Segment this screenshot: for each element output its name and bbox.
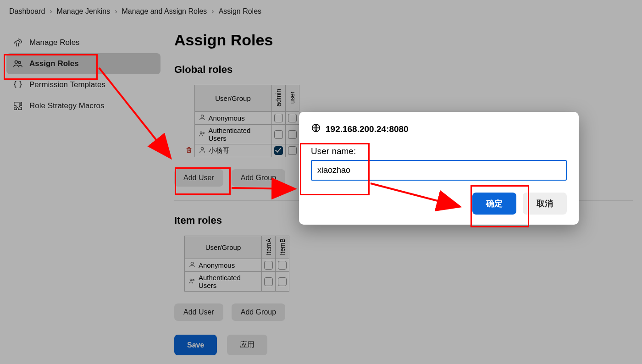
users-icon [199,130,206,139]
role-checkbox[interactable] [274,114,283,122]
global-roles-table: User/Group admin user Anonymous Authenti… [184,85,299,157]
chevron-right-icon: › [115,7,117,16]
svg-point-6 [191,262,193,265]
sidebar-item-label: Permission Templates [29,80,105,89]
svg-point-3 [200,132,202,133]
dialog-host: 192.168.200.24:8080 [326,124,409,134]
sidebar-item-assign-roles[interactable]: Assign Roles [6,53,160,74]
role-checkbox[interactable] [274,130,283,139]
sidebar-item-permission-templates[interactable]: Permission Templates [6,74,160,95]
chevron-right-icon: › [50,7,52,16]
user-icon [199,114,206,122]
svg-point-8 [193,279,194,281]
breadcrumb: Dashboard › Manage Jenkins › Manage and … [0,0,642,28]
role-checkbox[interactable] [264,261,273,270]
sidebar: Manage Roles Assign Roles Permission Tem… [0,28,165,364]
role-checkbox[interactable] [274,146,283,155]
table-row: Authenticated Users [184,125,299,144]
column-header-role: ItemB [276,236,289,259]
svg-point-2 [201,115,203,117]
braces-icon [13,80,23,90]
section-heading: Global roles [174,64,633,76]
role-checkbox[interactable] [288,130,297,139]
user-name: Authenticated Users [209,127,268,142]
user-icon [199,146,206,155]
svg-point-5 [201,148,203,150]
column-header-role: ItemA [262,236,276,259]
breadcrumb-item[interactable]: Assign Roles [219,7,261,16]
table-row: 小杨哥 [184,144,299,157]
table-row: Anonymous [184,112,299,125]
breadcrumb-item[interactable]: Dashboard [9,7,45,16]
user-name: Anonymous [209,114,245,122]
users-icon [13,59,23,69]
item-roles-section: Item roles User/Group ItemA ItemB Anonym… [174,215,633,321]
page-title: Assign Roles [174,31,633,49]
item-roles-table: User/Group ItemA ItemB Anonymous Authent… [184,236,289,292]
user-icon [188,261,196,270]
add-user-button[interactable]: Add User [174,169,223,187]
save-button[interactable]: Save [174,335,217,355]
apply-button[interactable]: 应用 [227,335,267,355]
sidebar-item-label: Assign Roles [29,59,79,68]
fingerprint-icon [13,38,23,48]
sidebar-item-label: Manage Roles [29,38,80,47]
sidebar-item-label: Role Strategy Macros [29,101,104,110]
table-row: Anonymous [185,259,289,272]
add-user-button[interactable]: Add User [174,303,223,321]
role-checkbox[interactable] [288,146,297,155]
username-input[interactable] [311,160,567,181]
prompt-dialog: 192.168.200.24:8080 User name: 确定 取消 [299,112,579,225]
ok-button[interactable]: 确定 [472,193,516,215]
user-name: Anonymous [199,261,235,269]
role-checkbox[interactable] [264,277,273,286]
add-group-button[interactable]: Add Group [232,169,285,187]
dialog-label: User name: [311,146,567,156]
sidebar-item-manage-roles[interactable]: Manage Roles [6,32,160,53]
globe-icon [311,123,321,135]
column-header-role: admin [271,85,285,112]
column-header-user-group: User/Group [185,236,262,259]
column-header-user-group: User/Group [194,85,271,112]
user-name: Authenticated Users [199,274,258,289]
footer-buttons: Save 应用 [174,335,633,355]
role-checkbox[interactable] [278,277,287,286]
svg-point-7 [190,279,192,281]
breadcrumb-item[interactable]: Manage Jenkins [57,7,111,16]
user-name: 小杨哥 [209,146,229,155]
add-group-button[interactable]: Add Group [232,303,285,321]
breadcrumb-item[interactable]: Manage and Assign Roles [122,7,207,16]
delete-icon[interactable] [185,147,193,155]
puzzle-icon [13,101,23,111]
svg-point-0 [15,61,17,63]
svg-point-1 [18,61,21,64]
svg-point-4 [203,132,204,133]
users-icon [188,277,196,286]
sidebar-item-role-strategy-macros[interactable]: Role Strategy Macros [6,95,160,116]
role-checkbox[interactable] [278,261,287,270]
role-checkbox[interactable] [288,114,297,122]
table-row: Authenticated Users [185,272,289,292]
column-header-role: user [285,85,299,112]
chevron-right-icon: › [211,7,214,16]
cancel-button[interactable]: 取消 [523,193,567,215]
